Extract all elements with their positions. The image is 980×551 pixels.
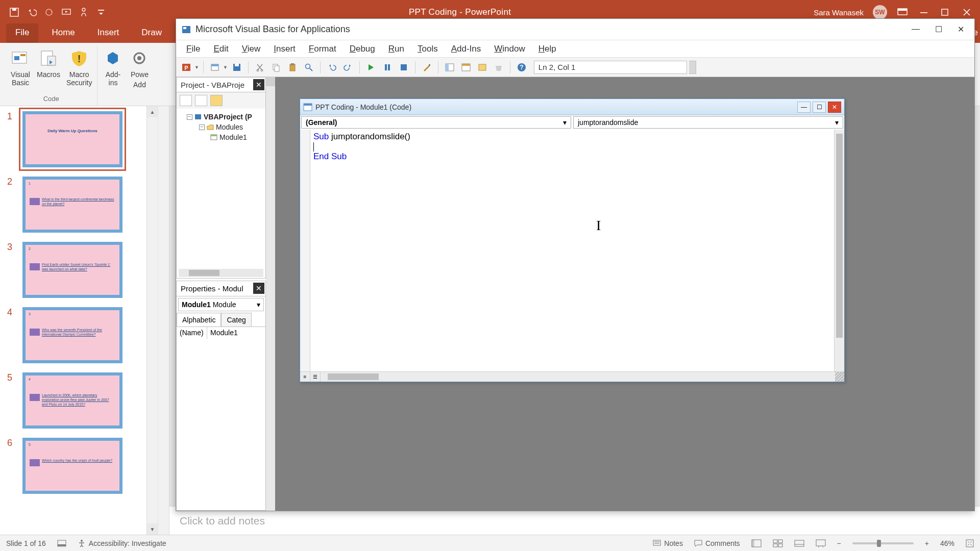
slide-thumbnail[interactable]: 43Who was the seventh President of the I… (7, 307, 143, 363)
dropdown-caret-icon[interactable]: ▼ (194, 65, 199, 70)
visual-basic-button[interactable]: Visual Basic (10, 46, 31, 87)
redo-icon[interactable] (341, 60, 355, 74)
thumbnail-scrollbar[interactable]: ▲ ▼ (146, 106, 158, 535)
code-h-scrollbar[interactable] (321, 372, 835, 382)
ribbon-display-icon[interactable] (896, 6, 909, 18)
fit-to-window-icon[interactable] (966, 539, 974, 547)
tree-h-scrollbar[interactable] (179, 269, 263, 277)
left-dock-scrollbar[interactable] (266, 77, 275, 511)
present-icon[interactable] (61, 7, 71, 17)
slideshow-view-icon[interactable] (816, 539, 826, 547)
procedure-selector[interactable]: jumptorandomslide▾ (573, 116, 843, 129)
save-icon[interactable] (230, 60, 244, 74)
find-icon[interactable] (302, 60, 316, 74)
minimize-icon[interactable] (918, 6, 930, 18)
vba-title-bar[interactable]: Microsoft Visual Basic for Applications … (176, 19, 974, 40)
vba-menu-debug[interactable]: Debug (344, 41, 381, 57)
vba-menu-insert[interactable]: Insert (267, 41, 302, 57)
resize-grip-icon[interactable] (835, 372, 844, 382)
undo-icon[interactable] (325, 60, 339, 74)
vba-menu-edit[interactable]: Edit (207, 41, 234, 57)
project-tree[interactable]: −VBAProject (P −Modules Module1 (176, 109, 266, 279)
slide-thumbnail[interactable]: 54Launched in 2006, which planetary expl… (7, 372, 143, 429)
tab-draw[interactable]: Draw (132, 23, 171, 43)
close-icon[interactable]: ✕ (253, 283, 264, 294)
code-editor[interactable]: Sub jumptorandomslide() End Sub I (310, 130, 834, 371)
toggle-folders-icon[interactable] (210, 95, 223, 106)
properties-object-select[interactable]: Module1 Module ▾ (178, 298, 264, 311)
properties-window-icon[interactable] (459, 60, 473, 74)
code-v-scrollbar[interactable] (834, 130, 844, 371)
zoom-in-button[interactable]: + (925, 539, 929, 547)
slide-thumbnail[interactable]: 21What is the third-largest continental … (7, 177, 143, 233)
normal-view-icon[interactable] (751, 539, 762, 547)
procedure-view-icon[interactable]: ≡ (300, 372, 310, 382)
vba-close-icon[interactable]: ✕ (958, 24, 964, 34)
maximize-icon[interactable] (939, 6, 951, 18)
break-icon[interactable] (380, 60, 395, 74)
object-browser-icon[interactable] (475, 60, 489, 74)
notes-toggle[interactable]: Notes (653, 539, 683, 547)
toolbox-icon[interactable] (492, 60, 506, 74)
undo-icon[interactable] (27, 7, 37, 17)
avatar[interactable]: SW (873, 5, 887, 19)
vba-menu-view[interactable]: View (236, 41, 267, 57)
reset-icon[interactable] (397, 60, 411, 74)
minimize-icon[interactable]: — (797, 102, 811, 113)
macros-button[interactable]: Macros (37, 46, 60, 79)
vba-menu-tools[interactable]: Tools (411, 41, 444, 57)
reading-view-icon[interactable] (794, 539, 804, 547)
language-icon[interactable] (57, 540, 66, 547)
zoom-slider[interactable] (852, 542, 914, 544)
vba-menu-file[interactable]: File (180, 41, 206, 57)
full-module-view-icon[interactable]: ☰ (310, 372, 321, 382)
properties-tab-categorized[interactable]: Categ (221, 313, 251, 327)
vba-minimize-icon[interactable]: — (912, 24, 920, 34)
vba-menu-run[interactable]: Run (382, 41, 410, 57)
cut-icon[interactable] (253, 60, 267, 74)
maximize-icon[interactable]: ☐ (813, 102, 826, 113)
vba-menu-window[interactable]: Window (488, 41, 531, 57)
tab-file[interactable]: File (6, 23, 38, 43)
insert-module-icon[interactable] (208, 60, 222, 74)
slide-thumbnail[interactable]: 1Daily Warm Up Questions (7, 111, 143, 167)
vba-menu-help[interactable]: Help (532, 41, 562, 57)
redo-icon[interactable] (44, 7, 54, 17)
view-powerpoint-icon[interactable]: P (179, 60, 193, 74)
accessibility-status[interactable]: Accessibility: Investigate (78, 539, 166, 547)
tab-home[interactable]: Home (42, 23, 84, 43)
macro-security-button[interactable]: ! Macro Security (66, 46, 92, 87)
powerpoint-addins-button[interactable]: Powe Add (129, 46, 150, 89)
prop-name-value[interactable]: Module1 (207, 327, 241, 339)
scroll-up-icon[interactable]: ▲ (147, 106, 158, 117)
dropdown-caret-icon[interactable]: ▼ (223, 65, 228, 70)
slide-sorter-icon[interactable] (773, 539, 783, 547)
vba-menu-format[interactable]: Format (303, 41, 342, 57)
zoom-out-button[interactable]: − (837, 539, 841, 547)
save-icon[interactable] (9, 7, 19, 17)
tab-insert[interactable]: Insert (88, 23, 129, 43)
close-icon[interactable] (961, 6, 973, 18)
properties-title[interactable]: Properties - Modul ✕ (177, 281, 265, 296)
design-mode-icon[interactable] (420, 60, 434, 74)
copy-icon[interactable] (269, 60, 283, 74)
scroll-down-icon[interactable]: ▼ (147, 523, 158, 535)
object-selector[interactable]: (General)▾ (301, 116, 571, 129)
run-icon[interactable] (364, 60, 378, 74)
qat-customize-icon[interactable] (96, 7, 106, 17)
properties-grid[interactable]: (Name) Module1 (177, 327, 265, 339)
close-icon[interactable]: ✕ (828, 102, 841, 113)
slide-thumbnail[interactable]: 65Which country has the origin of Inuit … (7, 438, 143, 494)
addins-button[interactable]: Add- ins (103, 46, 123, 87)
status-dropdown-icon[interactable] (689, 61, 696, 74)
touch-mode-icon[interactable] (79, 7, 89, 17)
paste-icon[interactable] (285, 60, 300, 74)
splitter[interactable] (158, 106, 169, 535)
properties-tab-alphabetic[interactable]: Alphabetic (177, 313, 221, 327)
vba-maximize-icon[interactable]: ☐ (935, 24, 942, 34)
comments-toggle[interactable]: Comments (694, 539, 740, 547)
help-icon[interactable]: ? (514, 60, 529, 74)
vba-menu-add-ins[interactable]: Add-Ins (445, 41, 487, 57)
view-object-icon[interactable] (195, 95, 207, 106)
project-explorer-title[interactable]: Project - VBAProje ✕ (176, 77, 266, 92)
